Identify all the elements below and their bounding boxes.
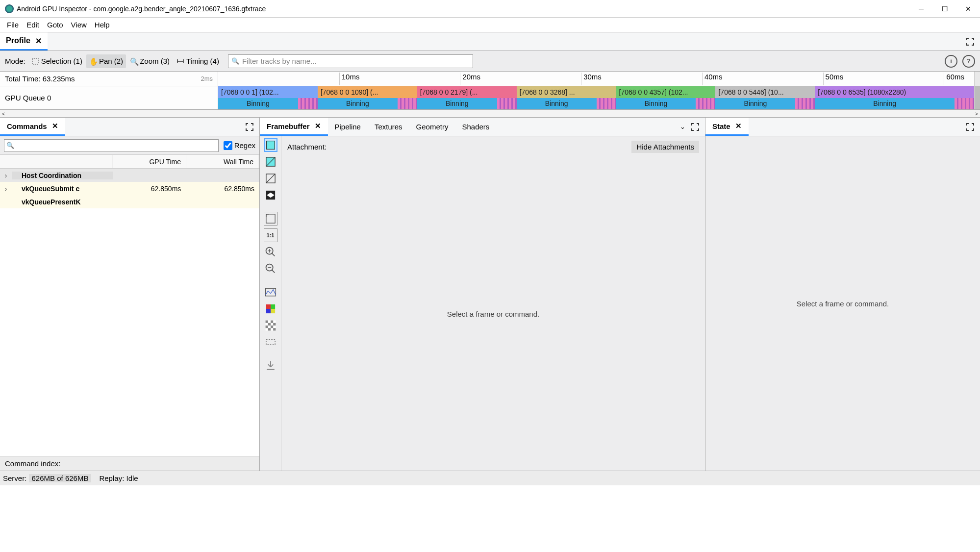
gpu-queue-row: GPU Queue 0 [7068 0 0 1] (102... Binning… bbox=[0, 86, 980, 110]
track-region[interactable]: [7068 0 0 1] (102... Binning[7068 0 0 10… bbox=[218, 86, 974, 109]
mode-selection[interactable]: Selection (1) bbox=[28, 54, 85, 68]
fit-icon[interactable] bbox=[264, 212, 277, 226]
menu-help[interactable]: Help bbox=[91, 21, 114, 29]
tab-profile-label: Profile bbox=[6, 36, 30, 45]
maximize-button[interactable]: ☐ bbox=[933, 0, 956, 18]
tab-geometry[interactable]: Geometry bbox=[409, 118, 455, 136]
info-icon[interactable]: i bbox=[945, 55, 957, 68]
track-block[interactable]: [7068 0 0 4357] (102... Binning bbox=[616, 86, 716, 109]
track-block[interactable]: [7068 0 0 5446] (10... Binning bbox=[715, 86, 815, 109]
tab-profile-close-icon[interactable]: ✕ bbox=[35, 36, 42, 46]
vertical-scrollbar[interactable] bbox=[974, 72, 980, 86]
menu-goto[interactable]: Goto bbox=[43, 21, 67, 29]
svg-line-10 bbox=[272, 253, 275, 256]
table-row[interactable]: vkQueuePresentK bbox=[0, 195, 259, 208]
horizontal-scrollbar[interactable]: <> bbox=[0, 110, 980, 118]
track-block[interactable]: [7068 0 0 1] (102... Binning bbox=[218, 86, 318, 109]
window-title: Android GPU Inspector - com.google.a2g.b… bbox=[17, 5, 909, 13]
vertical-scrollbar-thumb[interactable] bbox=[974, 86, 980, 109]
track-block[interactable]: [7068 0 0 2179] (... Binning bbox=[417, 86, 517, 109]
chevron-right-icon[interactable]: › bbox=[0, 185, 12, 193]
search-icon: 🔍 bbox=[6, 142, 14, 149]
track-block[interactable]: [7068 0 0 3268] ... Binning bbox=[517, 86, 616, 109]
table-row[interactable]: › vkQueueSubmit c 62.850ms 62.850ms bbox=[0, 182, 259, 195]
title-bar: Android GPU Inspector - com.google.a2g.b… bbox=[0, 0, 980, 18]
timing-icon bbox=[176, 57, 184, 65]
hand-icon: ✋ bbox=[89, 57, 97, 65]
close-icon[interactable]: ✕ bbox=[315, 122, 321, 130]
tab-state[interactable]: State✕ bbox=[705, 118, 749, 136]
track-block[interactable]: [7068 0 0 1090] (... Binning bbox=[318, 86, 417, 109]
menu-view[interactable]: View bbox=[67, 21, 91, 29]
scale-hint: 2ms bbox=[201, 75, 213, 82]
menu-edit[interactable]: Edit bbox=[23, 21, 43, 29]
replay-label: Replay: bbox=[99, 474, 124, 482]
svg-rect-1 bbox=[266, 141, 275, 150]
rect-diag-icon[interactable] bbox=[264, 155, 277, 169]
control-bar: Mode: Selection (1) ✋Pan (2) 🔍Zoom (3) T… bbox=[0, 51, 980, 72]
layers-icon[interactable] bbox=[264, 188, 277, 202]
regex-checkbox[interactable] bbox=[224, 141, 232, 150]
tab-framebuffer[interactable]: Framebuffer✕ bbox=[260, 118, 328, 136]
channels-icon[interactable] bbox=[264, 302, 277, 316]
chevron-down-icon[interactable]: ⌄ bbox=[680, 123, 685, 130]
help-icon[interactable]: ? bbox=[962, 55, 975, 68]
fullscreen-icon[interactable] bbox=[690, 122, 700, 132]
zoom-out-icon[interactable] bbox=[264, 262, 277, 276]
tab-pipeline[interactable]: Pipeline bbox=[328, 118, 368, 136]
status-bar: Server: 626MB of 626MB Replay: Idle bbox=[0, 471, 980, 485]
stripe-region bbox=[795, 98, 815, 110]
menu-file[interactable]: File bbox=[3, 21, 23, 29]
svg-rect-22 bbox=[265, 321, 268, 323]
mode-pan[interactable]: ✋Pan (2) bbox=[86, 54, 126, 68]
binning-label: Binning bbox=[218, 98, 298, 110]
svg-rect-29 bbox=[273, 328, 276, 330]
one-to-one-icon[interactable]: 1:1 bbox=[264, 228, 277, 242]
fullscreen-icon[interactable] bbox=[245, 122, 254, 132]
tab-commands[interactable]: Commands ✕ bbox=[0, 118, 65, 136]
replay-value: Idle bbox=[126, 474, 138, 482]
svg-rect-30 bbox=[266, 340, 275, 345]
minimize-button[interactable]: ─ bbox=[909, 0, 933, 18]
frame-icon[interactable] bbox=[264, 335, 277, 349]
track-block[interactable]: [7068 0 0 6535] (1080x2280) Binning bbox=[815, 86, 974, 109]
mode-zoom[interactable]: 🔍Zoom (3) bbox=[127, 54, 173, 68]
block-header: [7068 0 0 4357] (102... bbox=[616, 86, 716, 98]
close-icon[interactable]: ✕ bbox=[735, 122, 742, 130]
chevron-right-icon[interactable]: › bbox=[0, 172, 12, 179]
search-icon: 🔍 bbox=[231, 57, 239, 65]
tick: 50ms bbox=[823, 73, 844, 85]
mode-timing[interactable]: Timing (4) bbox=[174, 54, 222, 68]
state-placeholder: Select a frame or command. bbox=[705, 136, 980, 471]
hide-attachments-button[interactable]: Hide Attachments bbox=[631, 141, 699, 153]
close-icon[interactable]: ✕ bbox=[52, 122, 58, 130]
fullscreen-icon[interactable] bbox=[965, 122, 975, 132]
fb-toolbar: 1:1 bbox=[260, 136, 281, 471]
binning-label: Binning bbox=[417, 98, 497, 110]
close-button[interactable]: ✕ bbox=[956, 0, 980, 18]
tab-textures[interactable]: Textures bbox=[368, 118, 409, 136]
tick: 30ms bbox=[581, 73, 602, 85]
stripe-region bbox=[597, 98, 616, 110]
tab-shaders[interactable]: Shaders bbox=[455, 118, 496, 136]
server-label: Server: bbox=[3, 474, 26, 482]
zoom-in-icon[interactable] bbox=[264, 245, 277, 259]
table-row[interactable]: › Host Coordination bbox=[0, 169, 259, 182]
stripe-region bbox=[298, 98, 318, 110]
svg-line-14 bbox=[272, 270, 275, 273]
color-rect-icon[interactable] bbox=[264, 138, 277, 152]
svg-rect-24 bbox=[268, 323, 270, 326]
menu-bar: File Edit Goto View Help bbox=[0, 18, 980, 32]
commands-search-input[interactable]: 🔍 bbox=[4, 139, 219, 152]
ruler[interactable]: 10ms 20ms 30ms 40ms 50ms 60ms bbox=[218, 72, 974, 86]
tab-profile[interactable]: Profile ✕ bbox=[0, 32, 48, 50]
rect-empty-diag-icon[interactable] bbox=[264, 172, 277, 185]
filter-tracks-input[interactable]: 🔍 Filter tracks by name... bbox=[228, 54, 473, 68]
stripe-region bbox=[497, 98, 517, 110]
checker-icon[interactable] bbox=[264, 319, 277, 332]
download-icon[interactable] bbox=[264, 359, 277, 373]
fullscreen-icon[interactable] bbox=[965, 37, 975, 47]
histogram-icon[interactable] bbox=[264, 285, 277, 299]
col-name bbox=[0, 155, 113, 168]
total-time-label: Total Time: 63.235ms bbox=[5, 75, 75, 83]
